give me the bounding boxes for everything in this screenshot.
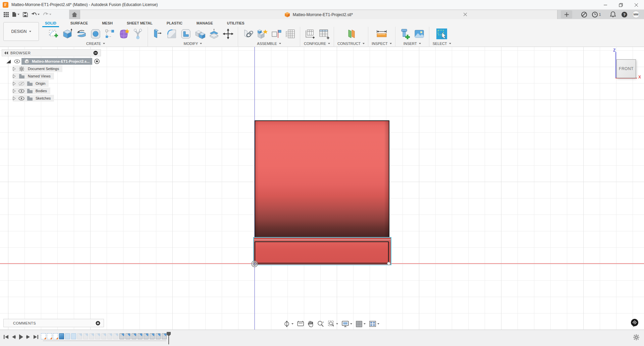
timeline-sketch-3[interactable] bbox=[53, 333, 58, 339]
expand-arrow-icon[interactable] bbox=[13, 89, 16, 93]
help-button[interactable]: ? bbox=[620, 10, 629, 19]
fit-button[interactable] bbox=[327, 320, 339, 328]
document-tab[interactable]: Matteo-Morrone-ET1-Project2.stl* bbox=[80, 10, 557, 19]
feedback-badge[interactable] bbox=[631, 319, 639, 327]
tab-utilities[interactable]: UTILITIES bbox=[226, 20, 246, 26]
timeline-fillet-6[interactable] bbox=[107, 333, 112, 339]
configuration-table-button[interactable] bbox=[318, 27, 330, 40]
model-body-base-slab[interactable] bbox=[255, 241, 389, 264]
expand-arrow-icon[interactable] bbox=[13, 82, 16, 85]
tab-plastic[interactable]: PLASTIC bbox=[165, 20, 184, 26]
create-menu[interactable]: CREATE bbox=[86, 41, 105, 46]
document-tab-close-button[interactable] bbox=[462, 11, 468, 17]
timeline-fillet-2[interactable] bbox=[83, 333, 88, 339]
tab-manage[interactable]: MANAGE bbox=[195, 20, 214, 26]
timeline-fillet-12[interactable] bbox=[144, 333, 149, 339]
timeline-fillet-1[interactable] bbox=[77, 333, 82, 339]
browser-item-bodies[interactable]: Bodies bbox=[2, 88, 101, 94]
display-settings-button[interactable] bbox=[341, 320, 353, 328]
root-selected-highlight[interactable]: Matteo-Morrone-ET1-Project2.s... bbox=[21, 58, 92, 65]
viewport-canvas[interactable]: BROWSER Matteo-Morrone-ET1-Project2 bbox=[0, 47, 644, 330]
home-button[interactable] bbox=[69, 10, 80, 19]
viewports-button[interactable] bbox=[369, 320, 380, 328]
timeline-fillet-15[interactable] bbox=[162, 333, 167, 339]
browser-item-document-settings[interactable]: Document Settings bbox=[2, 65, 101, 72]
move-copy-button[interactable] bbox=[222, 27, 234, 40]
look-at-button[interactable] bbox=[297, 320, 305, 328]
file-menu-button[interactable] bbox=[11, 10, 20, 18]
timeline-extrude-2[interactable] bbox=[65, 333, 70, 339]
combine-button[interactable] bbox=[194, 27, 206, 40]
insert-canvas-button[interactable] bbox=[413, 27, 426, 40]
create-sketch-button[interactable] bbox=[47, 27, 60, 40]
timeline-fillet-9[interactable] bbox=[125, 333, 130, 339]
step-forward-button[interactable] bbox=[26, 335, 31, 339]
timeline-fillet-11[interactable] bbox=[138, 333, 143, 339]
timeline-sketch-1[interactable] bbox=[41, 333, 46, 339]
expand-arrow-icon[interactable] bbox=[13, 67, 16, 71]
tab-mesh[interactable]: MESH bbox=[101, 20, 114, 26]
new-component-button[interactable] bbox=[256, 27, 268, 40]
timeline-extrude-3[interactable] bbox=[71, 333, 76, 339]
notifications-button[interactable] bbox=[608, 10, 617, 19]
tab-solid[interactable]: SOLID bbox=[44, 20, 58, 26]
workspace-selector[interactable]: DESIGN bbox=[3, 22, 39, 41]
expand-arrow-icon[interactable] bbox=[13, 74, 16, 78]
zoom-button[interactable]: ± bbox=[317, 320, 325, 328]
modify-menu[interactable]: MODIFY bbox=[184, 41, 202, 46]
bom-table-button[interactable] bbox=[284, 27, 297, 40]
timeline-playhead[interactable] bbox=[167, 332, 171, 344]
browser-root-row[interactable]: Matteo-Morrone-ET1-Project2.s... bbox=[2, 58, 101, 65]
timeline-fillet-8[interactable] bbox=[119, 333, 124, 339]
pan-button[interactable] bbox=[307, 320, 314, 328]
eye-off-icon[interactable] bbox=[18, 81, 24, 86]
browser-item-sketches[interactable]: Sketches bbox=[2, 95, 101, 102]
pipe-button[interactable] bbox=[131, 27, 144, 40]
timeline-fillet-7[interactable] bbox=[113, 333, 118, 339]
tab-surface[interactable]: SURFACE bbox=[69, 20, 90, 26]
extensions-button[interactable] bbox=[579, 10, 589, 19]
browser-collapse-icon[interactable] bbox=[4, 51, 8, 55]
root-expand-icon[interactable] bbox=[6, 60, 11, 63]
press-pull-button[interactable] bbox=[151, 27, 164, 40]
eye-icon[interactable] bbox=[18, 96, 24, 101]
timeline-fillet-10[interactable] bbox=[131, 333, 137, 339]
root-visibility-eye-icon[interactable] bbox=[14, 59, 20, 63]
revolve-button[interactable] bbox=[75, 27, 88, 40]
tab-sheet-metal[interactable]: SHEET METAL bbox=[125, 20, 154, 26]
create-form-button[interactable] bbox=[117, 27, 130, 40]
joint-button[interactable] bbox=[241, 27, 254, 40]
construct-menu[interactable]: CONSTRUCT bbox=[337, 41, 365, 46]
rectangular-pattern-button[interactable] bbox=[103, 27, 116, 40]
app-grid-button[interactable] bbox=[3, 10, 10, 18]
add-comment-icon[interactable] bbox=[96, 321, 100, 326]
undo-button[interactable] bbox=[30, 10, 41, 18]
browser-minimize-icon[interactable] bbox=[93, 51, 98, 55]
configure-button[interactable] bbox=[304, 27, 316, 40]
go-to-start-button[interactable] bbox=[3, 335, 8, 339]
orbit-button[interactable] bbox=[283, 320, 294, 328]
assemble-menu[interactable]: ASSEMBLE bbox=[257, 41, 281, 46]
timeline-sketch-2[interactable] bbox=[47, 333, 52, 339]
select-menu[interactable]: SELECT bbox=[433, 41, 451, 46]
extrude-button[interactable] bbox=[61, 27, 74, 40]
timeline-extrude-1[interactable] bbox=[59, 333, 64, 339]
viewcube[interactable]: FRONT bbox=[616, 59, 636, 78]
eye-icon[interactable] bbox=[18, 89, 24, 93]
timeline-fillet-5[interactable] bbox=[101, 333, 106, 339]
sketch-point-marker[interactable] bbox=[387, 262, 391, 266]
play-button[interactable] bbox=[19, 334, 23, 340]
expand-arrow-icon[interactable] bbox=[13, 97, 16, 100]
fillet-button[interactable] bbox=[165, 27, 178, 40]
browser-item-origin[interactable]: Origin bbox=[2, 80, 101, 87]
job-status-button[interactable]: 1 bbox=[589, 10, 603, 19]
inspect-menu[interactable]: INSPECT bbox=[372, 41, 392, 46]
construct-plane-button[interactable] bbox=[345, 27, 358, 40]
activate-component-radio[interactable] bbox=[94, 59, 100, 64]
shell-button[interactable] bbox=[179, 27, 192, 40]
step-back-button[interactable] bbox=[11, 335, 16, 339]
model-body-main[interactable] bbox=[255, 120, 389, 239]
select-button[interactable] bbox=[435, 27, 448, 40]
close-button[interactable] bbox=[629, 0, 644, 10]
measure-button[interactable] bbox=[375, 27, 388, 40]
